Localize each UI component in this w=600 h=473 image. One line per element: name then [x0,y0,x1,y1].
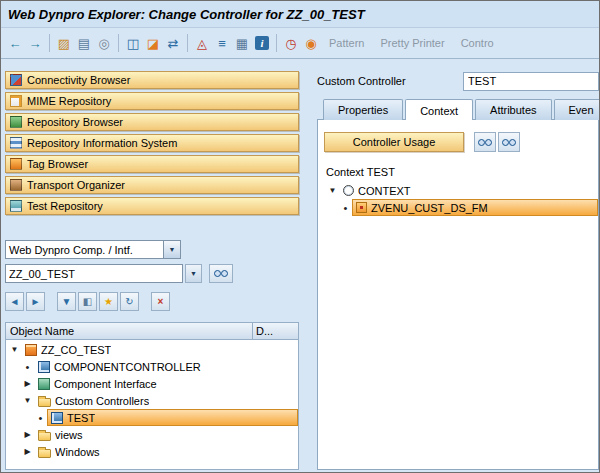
title-bar: Web Dynpro Explorer: Change Controller f… [1,1,599,28]
hierarchy-icon[interactable]: ◬ [193,34,211,52]
leaf-bullet-icon [21,361,34,373]
tree-row[interactable]: Component Interface [6,375,298,392]
sidebar-item-test-repository[interactable]: Test Repository [5,197,299,215]
sidebar-item-mime-repository[interactable]: MIME Repository [5,92,299,110]
mime-icon [10,95,22,107]
object-name-input[interactable] [5,264,183,283]
context-tree: CONTEXT ZVENU_CUST_DS_FM [324,182,598,469]
copy-icon[interactable]: ▤ [75,34,93,52]
transport-icon [10,179,22,191]
sidebar-item-label: Connectivity Browser [27,74,130,86]
tree-item-label: Custom Controllers [55,395,149,407]
tab-properties[interactable]: Properties [323,99,403,120]
object-tree: ZZ_CO_TEST COMPONENTCONTROLLER Component… [5,340,299,470]
display-object-button[interactable] [209,264,233,283]
find-next-button[interactable] [498,132,520,152]
context-tree-row[interactable]: CONTEXT [324,182,598,199]
tree-item-label: CONTEXT [358,185,411,197]
context-tree-title: Context TEST [326,166,598,178]
tree-item-label: views [55,429,83,441]
controller-button[interactable]: Contro [461,37,494,49]
tree-row-selected[interactable]: TEST [6,409,298,426]
ring-icon[interactable]: ◎ [95,34,113,52]
chevron-down-icon[interactable]: ▼ [163,241,180,258]
binoculars-icon [478,139,492,146]
folder-icon [38,449,51,458]
layout-button[interactable]: ◧ [78,292,97,311]
forward-icon[interactable]: → [26,34,44,52]
sidebar-item-label: Tag Browser [27,158,88,170]
tab-events[interactable]: Even [554,99,599,120]
browser-pane: Connectivity Browser MIME Repository Rep… [1,59,303,472]
object-name-row: ▼ [5,264,299,283]
tree-item-label: ZZ_CO_TEST [41,344,111,356]
users-icon[interactable]: ◫ [124,34,142,52]
tree-item-label: TEST [67,412,95,424]
tree-row[interactable]: Custom Controllers [6,392,298,409]
info-icon[interactable]: i [253,34,271,52]
object-name-dropdown-button[interactable]: ▼ [185,264,202,283]
sidebar-item-label: Test Repository [27,200,103,212]
leaf-bullet-icon [34,412,47,424]
tag-icon [10,158,22,170]
tree-item-label: ZVENU_CUST_DS_FM [371,202,488,214]
expander-open-icon[interactable] [21,396,34,405]
repository-icon [10,116,22,128]
sidebar-item-transport-organizer[interactable]: Transport Organizer [5,176,299,194]
expander-closed-icon[interactable] [21,447,34,456]
component-icon [25,344,37,356]
folder-icon [38,432,51,441]
tree-item-label: Component Interface [54,378,157,390]
sidebar-item-repository-information-system[interactable]: Repository Information System [5,134,299,152]
sidebar-item-connectivity-browser[interactable]: Connectivity Browser [5,71,299,89]
controller-field-label: Custom Controller [317,75,463,87]
sort-down-button[interactable]: ▼ [57,292,76,311]
expander-closed-icon[interactable] [21,430,34,439]
object-tree-header: Object Name D... [5,322,299,340]
tree-row[interactable]: ZZ_CO_TEST [6,341,298,358]
object-type-value: Web Dynpro Comp. / Intf. [6,244,163,256]
expander-open-icon[interactable] [326,186,339,195]
controller-name-input[interactable] [463,72,599,91]
find-button-group [474,132,520,152]
favorites-button[interactable]: ★ [99,292,118,311]
list-icon[interactable]: ≡ [213,34,231,52]
tree-row[interactable]: views [6,426,298,443]
spacer [5,218,299,240]
controller-usage-button[interactable]: Controller Usage [324,132,464,152]
edit-icon[interactable]: ◪ [144,34,162,52]
glasses-icon [214,270,228,277]
next-object-button[interactable]: ► [26,292,45,311]
toolbar-separator [49,34,50,52]
tree-row[interactable]: Windows [6,443,298,460]
tab-context[interactable]: Context [405,99,473,120]
pattern-button[interactable]: Pattern [329,37,364,49]
context-tree-row-selected[interactable]: ZVENU_CUST_DS_FM [324,199,598,216]
back-icon[interactable]: ← [6,34,24,52]
activate-icon[interactable]: ◉ [302,34,320,52]
close-browser-button[interactable]: × [151,292,170,311]
usage-row: Controller Usage [324,132,598,152]
table-icon[interactable]: ▦ [233,34,251,52]
tools-icon[interactable]: ▨ [55,34,73,52]
sidebar-item-label: Repository Browser [27,116,123,128]
expander-closed-icon[interactable] [21,379,34,388]
find-button[interactable] [474,132,496,152]
stopwatch-icon[interactable]: ◷ [282,34,300,52]
sidebar-item-tag-browser[interactable]: Tag Browser [5,155,299,173]
tree-toolbar: ◄ ► ▼ ◧ ★ ↻ × [5,291,299,312]
object-type-select[interactable]: Web Dynpro Comp. / Intf. ▼ [5,240,181,259]
previous-object-button[interactable]: ◄ [5,292,24,311]
controller-field-row: Custom Controller [317,71,599,91]
pretty-printer-button[interactable]: Pretty Printer [380,37,444,49]
tab-attributes[interactable]: Attributes [475,99,551,120]
expander-open-icon[interactable] [8,345,21,354]
sidebar-item-repository-browser[interactable]: Repository Browser [5,113,299,131]
swap-icon[interactable]: ⇄ [164,34,182,52]
refresh-button[interactable]: ↻ [120,292,139,311]
tree-row[interactable]: COMPONENTCONTROLLER [6,358,298,375]
controller-icon [51,412,63,424]
toolbar-separator [276,34,277,52]
web-dynpro-explorer-window: Web Dynpro Explorer: Change Controller f… [0,0,600,473]
context-node-icon [356,202,367,213]
